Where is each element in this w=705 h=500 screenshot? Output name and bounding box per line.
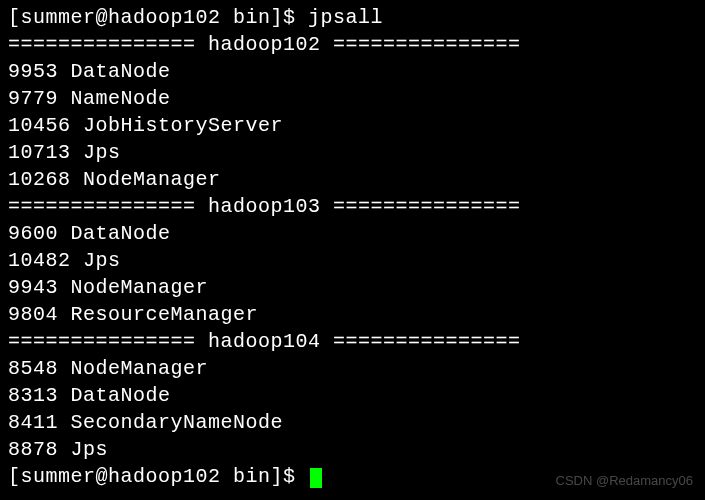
command-text: jpsall (308, 6, 383, 29)
pid: 9600 (8, 222, 58, 245)
process-line: 9804 ResourceManager (8, 301, 697, 328)
process-name: Jps (83, 141, 121, 164)
process-name: Jps (71, 438, 109, 461)
pid: 8548 (8, 357, 58, 380)
process-line: 9600 DataNode (8, 220, 697, 247)
watermark-text: CSDN @Redamancy06 (556, 472, 693, 490)
pid: 9804 (8, 303, 58, 326)
process-line: 10456 JobHistoryServer (8, 112, 697, 139)
process-line: 10482 Jps (8, 247, 697, 274)
pid: 9953 (8, 60, 58, 83)
process-name: NodeManager (71, 276, 209, 299)
process-name: NodeManager (83, 168, 221, 191)
host-header: =============== hadoop102 ==============… (8, 31, 697, 58)
host-header: =============== hadoop103 ==============… (8, 193, 697, 220)
process-line: 8411 SecondaryNameNode (8, 409, 697, 436)
pid: 10713 (8, 141, 71, 164)
pid: 9779 (8, 87, 58, 110)
prompt-line-1: [summer@hadoop102 bin]$ jpsall (8, 4, 697, 31)
process-name: DataNode (71, 384, 171, 407)
process-name: DataNode (71, 222, 171, 245)
process-name: ResourceManager (71, 303, 259, 326)
process-line: 9943 NodeManager (8, 274, 697, 301)
pid: 10456 (8, 114, 71, 137)
process-line: 8548 NodeManager (8, 355, 697, 382)
process-line: 10268 NodeManager (8, 166, 697, 193)
process-name: JobHistoryServer (83, 114, 283, 137)
process-line: 8313 DataNode (8, 382, 697, 409)
process-name: NameNode (71, 87, 171, 110)
process-line: 9953 DataNode (8, 58, 697, 85)
pid: 10268 (8, 168, 71, 191)
pid: 10482 (8, 249, 71, 272)
pid: 9943 (8, 276, 58, 299)
process-name: Jps (83, 249, 121, 272)
process-line: 9779 NameNode (8, 85, 697, 112)
pid: 8313 (8, 384, 58, 407)
process-line: 8878 Jps (8, 436, 697, 463)
pid: 8878 (8, 438, 58, 461)
cursor-block (310, 468, 322, 488)
process-name: SecondaryNameNode (71, 411, 284, 434)
process-name: DataNode (71, 60, 171, 83)
host-header: =============== hadoop104 ==============… (8, 328, 697, 355)
prompt-text: [summer@hadoop102 bin]$ (8, 6, 308, 29)
process-line: 10713 Jps (8, 139, 697, 166)
prompt-text: [summer@hadoop102 bin]$ (8, 465, 308, 488)
process-name: NodeManager (71, 357, 209, 380)
pid: 8411 (8, 411, 58, 434)
